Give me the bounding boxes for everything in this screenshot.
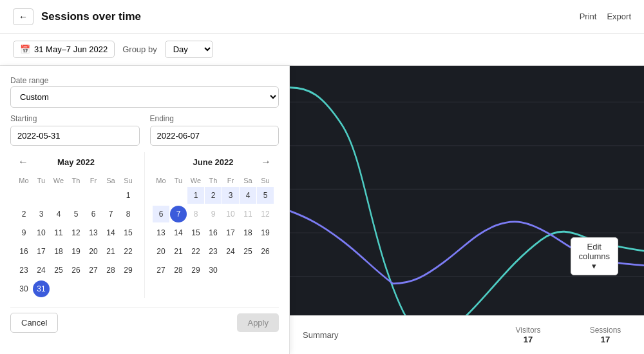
june-header-fr: Fr bbox=[222, 175, 239, 186]
date-range-select[interactable]: Custom Today Yesterday Last 7 days Last … bbox=[10, 86, 279, 108]
may-day-cell bbox=[33, 187, 50, 204]
may-day-cell[interactable]: 3 bbox=[33, 206, 50, 222]
june-day-cell[interactable]: 4 bbox=[240, 187, 256, 204]
may-header-th: Th bbox=[68, 175, 84, 186]
june-cal-grid: Mo Tu We Th Fr Sa Su 1234567891011121314… bbox=[153, 175, 274, 279]
prev-month-button[interactable]: ← bbox=[15, 156, 31, 168]
june-header-th: Th bbox=[205, 175, 222, 186]
june-day-cell[interactable]: 17 bbox=[222, 224, 239, 241]
june-month-label: June 2022 bbox=[193, 157, 234, 167]
june-header-sa: Sa bbox=[240, 175, 256, 186]
may-day-cell[interactable]: 29 bbox=[120, 262, 137, 279]
ending-label: Ending bbox=[150, 114, 279, 123]
may-day-cell[interactable]: 23 bbox=[15, 262, 32, 279]
calendar-divider bbox=[144, 152, 145, 298]
may-day-cell[interactable]: 18 bbox=[50, 243, 67, 260]
june-day-cell[interactable]: 23 bbox=[205, 243, 222, 260]
export-button[interactable]: Export bbox=[607, 12, 631, 21]
ending-input[interactable] bbox=[150, 126, 279, 146]
june-day-cell[interactable]: 24 bbox=[222, 243, 239, 260]
june-day-cell[interactable]: 1 bbox=[187, 187, 204, 204]
june-day-cell[interactable]: 15 bbox=[187, 224, 204, 241]
june-day-cell[interactable]: 16 bbox=[205, 224, 222, 241]
date-range-button[interactable]: 📅 31 May–7 Jun 2022 bbox=[13, 41, 115, 58]
may-day-cell bbox=[15, 187, 32, 204]
datepicker-footer: Cancel Apply bbox=[10, 307, 279, 333]
may-header-fr: Fr bbox=[85, 175, 102, 186]
may-day-cell[interactable]: 10 bbox=[33, 224, 50, 241]
june-day-cell[interactable]: 10 bbox=[222, 206, 239, 222]
june-day-cell[interactable]: 8 bbox=[187, 206, 204, 222]
ending-input-group: Ending bbox=[150, 114, 279, 146]
june-header-we: We bbox=[187, 175, 204, 186]
starting-input[interactable] bbox=[10, 126, 140, 146]
may-day-cell[interactable]: 31 bbox=[33, 280, 50, 297]
starting-input-group: Starting bbox=[10, 114, 140, 146]
may-day-cell[interactable]: 25 bbox=[50, 262, 67, 279]
chart-area: n 4 Jun 5 Jun 6 Jun 7 Jun bbox=[290, 66, 644, 354]
next-month-button[interactable]: → bbox=[258, 156, 274, 168]
may-day-cell[interactable]: 15 bbox=[120, 224, 137, 241]
may-day-cell[interactable]: 26 bbox=[68, 262, 84, 279]
may-day-cell[interactable]: 12 bbox=[68, 224, 84, 241]
may-day-cell[interactable]: 4 bbox=[50, 206, 67, 222]
june-day-cell[interactable]: 2 bbox=[205, 187, 222, 204]
june-day-cell[interactable]: 9 bbox=[205, 206, 222, 222]
may-day-cell[interactable]: 2 bbox=[15, 206, 32, 222]
may-day-cell[interactable]: 27 bbox=[85, 262, 102, 279]
june-day-cell[interactable]: 26 bbox=[257, 243, 274, 260]
may-day-cell[interactable]: 6 bbox=[85, 206, 102, 222]
may-day-cell[interactable]: 11 bbox=[50, 224, 67, 241]
june-header-tu: Tu bbox=[170, 175, 187, 186]
date-range-section: Date range Custom Today Yesterday Last 7… bbox=[10, 76, 279, 108]
may-day-cell[interactable]: 14 bbox=[102, 224, 119, 241]
may-day-cell[interactable]: 17 bbox=[33, 243, 50, 260]
may-day-cell[interactable]: 5 bbox=[68, 206, 84, 222]
top-bar-left: ← Sessions over time bbox=[13, 8, 141, 25]
may-day-cell[interactable]: 19 bbox=[68, 243, 84, 260]
june-day-cell[interactable]: 20 bbox=[153, 243, 169, 260]
june-day-cell[interactable]: 19 bbox=[257, 224, 274, 241]
june-day-cell[interactable]: 25 bbox=[240, 243, 256, 260]
june-day-cell[interactable]: 3 bbox=[222, 187, 239, 204]
june-day-cell[interactable]: 22 bbox=[187, 243, 204, 260]
may-day-cell[interactable]: 30 bbox=[15, 280, 32, 297]
june-calendar-header: June 2022 → bbox=[153, 152, 274, 172]
june-day-cell[interactable]: 13 bbox=[153, 224, 169, 241]
may-day-cell[interactable]: 1 bbox=[120, 187, 137, 204]
june-day-cell[interactable]: 12 bbox=[257, 206, 274, 222]
back-button[interactable]: ← bbox=[13, 8, 33, 25]
may-day-cell[interactable]: 20 bbox=[85, 243, 102, 260]
may-day-cell[interactable]: 24 bbox=[33, 262, 50, 279]
june-day-cell[interactable]: 29 bbox=[187, 262, 204, 279]
may-day-cell[interactable]: 28 bbox=[102, 262, 119, 279]
may-day-cell[interactable]: 16 bbox=[15, 243, 32, 260]
june-day-cell[interactable]: 6 bbox=[153, 206, 169, 222]
june-day-cell[interactable]: 30 bbox=[205, 262, 222, 279]
may-day-cell[interactable]: 22 bbox=[120, 243, 137, 260]
group-by-select[interactable]: Day Hour Week Month bbox=[165, 41, 213, 58]
starting-label: Starting bbox=[10, 114, 140, 123]
apply-button[interactable]: Apply bbox=[237, 313, 279, 332]
edit-columns-button[interactable]: Edit columns ▾ bbox=[571, 237, 618, 275]
june-day-cell[interactable]: 7 bbox=[170, 206, 187, 222]
may-day-cell[interactable]: 7 bbox=[102, 206, 119, 222]
visitors-header: Visitors bbox=[502, 326, 554, 335]
june-day-cell[interactable]: 27 bbox=[153, 262, 169, 279]
may-day-cell[interactable]: 8 bbox=[120, 206, 137, 222]
may-day-cell bbox=[85, 187, 102, 204]
may-day-cell[interactable]: 9 bbox=[15, 224, 32, 241]
calendar-icon: 📅 bbox=[20, 44, 30, 54]
june-day-cell[interactable]: 28 bbox=[170, 262, 187, 279]
june-day-cell[interactable]: 14 bbox=[170, 224, 187, 241]
date-range-section-label: Date range bbox=[10, 76, 279, 85]
print-button[interactable]: Print bbox=[580, 12, 597, 21]
june-day-cell[interactable]: 18 bbox=[240, 224, 256, 241]
cancel-button[interactable]: Cancel bbox=[10, 313, 58, 333]
june-day-cell[interactable]: 11 bbox=[240, 206, 256, 222]
june-day-cell[interactable]: 5 bbox=[257, 187, 274, 204]
may-day-cell[interactable]: 21 bbox=[102, 243, 119, 260]
may-day-cell[interactable]: 13 bbox=[85, 224, 102, 241]
june-day-cell[interactable]: 21 bbox=[170, 243, 187, 260]
summary-label: Summary bbox=[303, 330, 339, 340]
